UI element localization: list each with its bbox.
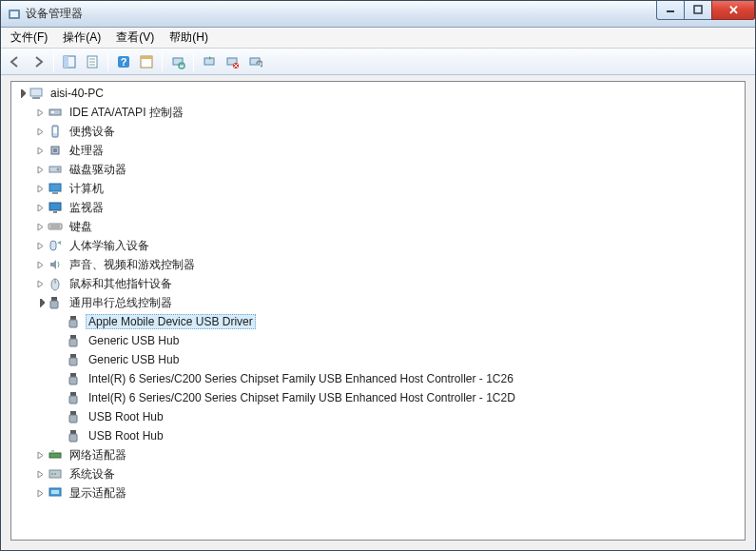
- tree-category[interactable]: 显示适配器: [11, 483, 745, 502]
- tree-category-label: 显示适配器: [67, 484, 129, 502]
- titlebar[interactable]: 设备管理器 ✕: [1, 1, 755, 28]
- svg-point-31: [57, 168, 60, 171]
- tree-category[interactable]: 监视器: [11, 198, 745, 217]
- expander-spacer: [51, 390, 67, 405]
- tree-category[interactable]: 处理器: [11, 141, 745, 160]
- expander-icon[interactable]: [32, 200, 48, 215]
- update-driver-button[interactable]: [199, 51, 220, 72]
- properties-button[interactable]: [82, 51, 103, 72]
- tree-category-label: 处理器: [67, 142, 107, 160]
- tree-root[interactable]: aisi-40-PC: [11, 84, 745, 103]
- back-button[interactable]: [5, 51, 26, 72]
- svg-rect-53: [69, 396, 77, 403]
- maximize-button[interactable]: [684, 1, 712, 20]
- tree-category[interactable]: 人体学输入设备: [11, 236, 745, 255]
- expander-icon[interactable]: [32, 219, 48, 234]
- close-button[interactable]: ✕: [711, 1, 755, 20]
- scan-hardware-button[interactable]: [167, 51, 188, 72]
- svg-rect-22: [30, 89, 42, 96]
- svg-rect-2: [667, 10, 674, 12]
- expander-icon[interactable]: [32, 447, 48, 462]
- svg-rect-45: [69, 320, 77, 327]
- sound-icon: [48, 257, 63, 272]
- expander-spacer: [51, 352, 67, 367]
- svg-rect-29: [53, 148, 57, 152]
- tree-category-label: 监视器: [67, 199, 107, 217]
- expander-icon[interactable]: [32, 276, 48, 291]
- show-hide-button[interactable]: [59, 51, 80, 72]
- action-button[interactable]: [136, 51, 157, 72]
- svg-rect-59: [51, 450, 54, 453]
- tree-category[interactable]: 声音、视频和游戏控制器: [11, 255, 745, 274]
- tree-category[interactable]: IDE ATA/ATAPI 控制器: [11, 103, 745, 122]
- keyboard-icon: [48, 219, 63, 234]
- forward-button[interactable]: [28, 51, 48, 72]
- svg-rect-23: [32, 97, 40, 99]
- expander-icon[interactable]: [32, 181, 48, 196]
- tree-category[interactable]: 便携设备: [11, 122, 745, 141]
- tree-category-label: 磁盘驱动器: [67, 161, 129, 179]
- svg-rect-34: [49, 203, 61, 210]
- tree-device[interactable]: USB Root Hub: [11, 407, 745, 426]
- usb-icon: [67, 428, 82, 443]
- tree-device[interactable]: Intel(R) 6 Series/C200 Series Chipset Fa…: [11, 369, 745, 388]
- window-title: 设备管理器: [26, 6, 83, 22]
- svg-rect-14: [173, 58, 183, 65]
- tree-device[interactable]: Intel(R) 6 Series/C200 Series Chipset Fa…: [11, 388, 745, 407]
- svg-rect-39: [50, 241, 56, 250]
- svg-rect-47: [69, 339, 77, 346]
- expander-spacer: [51, 371, 67, 386]
- app-icon: [7, 7, 22, 22]
- expander-icon[interactable]: [32, 105, 48, 120]
- expander-icon[interactable]: [32, 485, 48, 501]
- tree-device-label: Intel(R) 6 Series/C200 Series Chipset Fa…: [86, 390, 518, 405]
- tree-device[interactable]: Apple Mobile Device USB Driver: [11, 312, 745, 331]
- hid-icon: [48, 238, 63, 253]
- tree-category-label: 人体学输入设备: [67, 237, 152, 255]
- usb-icon: [67, 314, 82, 329]
- expander-spacer: [51, 428, 67, 443]
- tree-category[interactable]: 通用串行总线控制器: [11, 293, 745, 312]
- svg-rect-58: [49, 453, 61, 458]
- network-icon: [48, 447, 63, 462]
- menu-view[interactable]: 查看(V): [108, 28, 162, 48]
- help-button[interactable]: ?: [113, 51, 134, 72]
- expander-icon[interactable]: [32, 257, 48, 272]
- menu-action[interactable]: 操作(A): [55, 28, 108, 48]
- disable-button[interactable]: [244, 51, 265, 72]
- tree-category[interactable]: 键盘: [11, 217, 745, 236]
- svg-rect-43: [50, 301, 58, 308]
- tree-panel[interactable]: aisi-40-PCIDE ATA/ATAPI 控制器便携设备处理器磁盘驱动器计…: [10, 81, 746, 541]
- svg-rect-48: [70, 354, 76, 358]
- expander-spacer: [51, 333, 67, 348]
- menu-file[interactable]: 文件(F): [3, 28, 55, 48]
- menu-help[interactable]: 帮助(H): [162, 28, 216, 48]
- tree-category[interactable]: 鼠标和其他指针设备: [11, 274, 745, 293]
- tree-device[interactable]: Generic USB Hub: [11, 350, 745, 369]
- tree-category[interactable]: 系统设备: [11, 464, 745, 483]
- disk-icon: [48, 162, 63, 177]
- expander-icon[interactable]: [32, 124, 48, 139]
- svg-rect-51: [69, 377, 77, 384]
- expander-icon[interactable]: [32, 162, 48, 177]
- expander-icon[interactable]: [32, 466, 48, 482]
- computer-icon: [48, 181, 63, 196]
- tree-device[interactable]: USB Root Hub: [11, 426, 745, 445]
- tree-category[interactable]: 计算机: [11, 179, 745, 198]
- tree-device[interactable]: Generic USB Hub: [11, 331, 745, 350]
- tree-category[interactable]: 网络适配器: [11, 445, 745, 464]
- computer-icon: [29, 86, 44, 101]
- expander-icon[interactable]: [13, 86, 29, 101]
- expander-icon[interactable]: [32, 238, 48, 253]
- ide-icon: [48, 105, 63, 120]
- svg-rect-46: [70, 335, 76, 339]
- monitor-icon: [48, 200, 63, 215]
- tree-category-label: IDE ATA/ATAPI 控制器: [67, 104, 186, 122]
- uninstall-button[interactable]: [222, 51, 242, 72]
- svg-rect-1: [10, 11, 18, 17]
- expander-icon[interactable]: [32, 143, 48, 158]
- tree-category[interactable]: 磁盘驱动器: [11, 160, 745, 179]
- tree-category-label: 系统设备: [67, 465, 118, 483]
- expander-icon[interactable]: [32, 295, 48, 310]
- minimize-button[interactable]: [656, 1, 685, 20]
